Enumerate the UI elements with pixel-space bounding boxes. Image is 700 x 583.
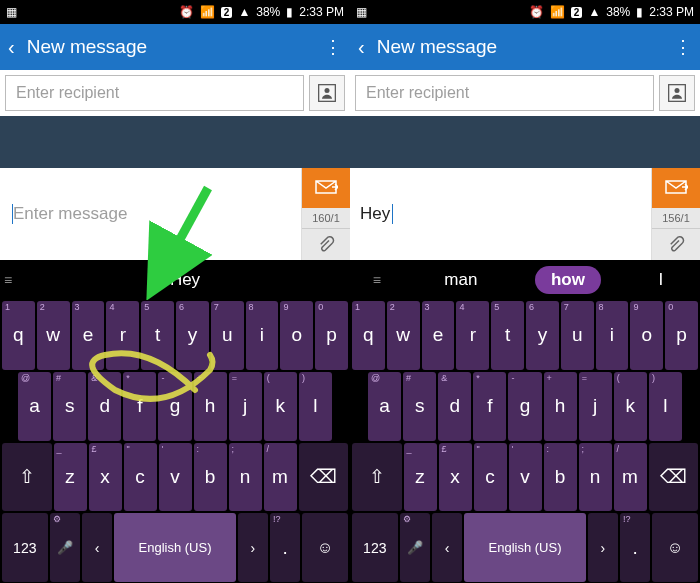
add-contact-button[interactable] bbox=[659, 75, 695, 111]
key-a[interactable]: @a bbox=[18, 372, 51, 441]
suggestion-3[interactable]: I bbox=[642, 266, 679, 294]
key-o[interactable]: 9o bbox=[280, 301, 313, 370]
send-button[interactable] bbox=[302, 168, 350, 208]
send-icon bbox=[664, 179, 688, 197]
back-icon[interactable]: ‹ bbox=[358, 36, 365, 59]
message-input[interactable]: Enter message bbox=[0, 168, 302, 260]
key-p[interactable]: 0p bbox=[315, 301, 348, 370]
recipient-input[interactable]: Enter recipient bbox=[355, 75, 654, 111]
space-key[interactable]: English (US) bbox=[464, 513, 585, 582]
lang-prev-key[interactable]: ‹ bbox=[82, 513, 112, 582]
key-f[interactable]: *f bbox=[473, 372, 506, 441]
key-m[interactable]: /m bbox=[614, 443, 647, 512]
mic-key[interactable]: ⚙🎤 bbox=[50, 513, 80, 582]
key-e[interactable]: 3e bbox=[72, 301, 105, 370]
enter-key[interactable]: ☺ bbox=[302, 513, 348, 582]
alarm-icon: ⏰ bbox=[529, 5, 544, 19]
key-r[interactable]: 4r bbox=[456, 301, 489, 370]
key-i[interactable]: 8i bbox=[596, 301, 629, 370]
key-d[interactable]: &d bbox=[88, 372, 121, 441]
lang-next-key[interactable]: › bbox=[238, 513, 268, 582]
space-key[interactable]: English (US) bbox=[114, 513, 235, 582]
lang-next-key[interactable]: › bbox=[588, 513, 618, 582]
alarm-icon: ⏰ bbox=[179, 5, 194, 19]
app-header: ‹ New message ⋮ bbox=[0, 24, 350, 70]
key-p[interactable]: 0p bbox=[665, 301, 698, 370]
key-i[interactable]: 8i bbox=[246, 301, 279, 370]
key-h[interactable]: +h bbox=[544, 372, 577, 441]
recipient-input[interactable]: Enter recipient bbox=[5, 75, 304, 111]
key-c[interactable]: "c bbox=[474, 443, 507, 512]
key-l[interactable]: )l bbox=[649, 372, 682, 441]
suggestion-2[interactable]: how bbox=[535, 266, 601, 294]
key-b[interactable]: :b bbox=[544, 443, 577, 512]
key-g[interactable]: -g bbox=[508, 372, 541, 441]
shift-key[interactable]: ⇧ bbox=[352, 443, 402, 512]
message-input[interactable]: Hey bbox=[350, 168, 652, 260]
suggestion-1[interactable]: man bbox=[428, 266, 493, 294]
key-w[interactable]: 2w bbox=[387, 301, 420, 370]
key-q[interactable]: 1q bbox=[352, 301, 385, 370]
sim-badge: 2 bbox=[571, 7, 583, 18]
key-s[interactable]: #s bbox=[403, 372, 436, 441]
key-d[interactable]: &d bbox=[438, 372, 471, 441]
person-icon bbox=[667, 83, 687, 103]
overflow-menu-icon[interactable]: ⋮ bbox=[674, 36, 692, 58]
key-x[interactable]: £x bbox=[89, 443, 122, 512]
key-z[interactable]: _z bbox=[54, 443, 87, 512]
mic-key[interactable]: ⚙🎤 bbox=[400, 513, 430, 582]
key-z[interactable]: _z bbox=[404, 443, 437, 512]
key-v[interactable]: 'v bbox=[509, 443, 542, 512]
key-m[interactable]: /m bbox=[264, 443, 297, 512]
keyboard: ≡ man how I 1q2w3e4r5t6y7u8i9o0p @a#s&d*… bbox=[350, 260, 700, 583]
key-l[interactable]: )l bbox=[299, 372, 332, 441]
key-n[interactable]: ;n bbox=[579, 443, 612, 512]
key-g[interactable]: -g bbox=[158, 372, 191, 441]
page-title: New message bbox=[377, 36, 497, 58]
numeric-key[interactable]: 123 bbox=[352, 513, 398, 582]
backspace-key[interactable]: ⌫ bbox=[649, 443, 699, 512]
add-contact-button[interactable] bbox=[309, 75, 345, 111]
period-key[interactable]: !?. bbox=[620, 513, 650, 582]
period-key[interactable]: !?. bbox=[270, 513, 300, 582]
suggestion-center[interactable]: Hey bbox=[154, 266, 216, 294]
key-y[interactable]: 6y bbox=[176, 301, 209, 370]
back-icon[interactable]: ‹ bbox=[8, 36, 15, 59]
overflow-menu-icon[interactable]: ⋮ bbox=[324, 36, 342, 58]
key-k[interactable]: (k bbox=[264, 372, 297, 441]
key-e[interactable]: 3e bbox=[422, 301, 455, 370]
suggestion-bar: ≡ Hey bbox=[0, 260, 350, 300]
key-w[interactable]: 2w bbox=[37, 301, 70, 370]
key-u[interactable]: 7u bbox=[561, 301, 594, 370]
key-a[interactable]: @a bbox=[368, 372, 401, 441]
key-k[interactable]: (k bbox=[614, 372, 647, 441]
key-y[interactable]: 6y bbox=[526, 301, 559, 370]
enter-key[interactable]: ☺ bbox=[652, 513, 698, 582]
status-bar: ▦ ⏰ 📶 2 ▲ 38% ▮ 2:33 PM bbox=[0, 0, 350, 24]
attach-button[interactable] bbox=[302, 228, 350, 260]
key-r[interactable]: 4r bbox=[106, 301, 139, 370]
key-j[interactable]: =j bbox=[579, 372, 612, 441]
key-b[interactable]: :b bbox=[194, 443, 227, 512]
key-u[interactable]: 7u bbox=[211, 301, 244, 370]
attach-button[interactable] bbox=[652, 228, 700, 260]
key-j[interactable]: =j bbox=[229, 372, 262, 441]
key-f[interactable]: *f bbox=[123, 372, 156, 441]
hamburger-icon[interactable]: ≡ bbox=[371, 272, 387, 288]
key-n[interactable]: ;n bbox=[229, 443, 262, 512]
lang-prev-key[interactable]: ‹ bbox=[432, 513, 462, 582]
numeric-key[interactable]: 123 bbox=[2, 513, 48, 582]
key-x[interactable]: £x bbox=[439, 443, 472, 512]
key-v[interactable]: 'v bbox=[159, 443, 192, 512]
key-t[interactable]: 5t bbox=[491, 301, 524, 370]
key-s[interactable]: #s bbox=[53, 372, 86, 441]
key-q[interactable]: 1q bbox=[2, 301, 35, 370]
backspace-key[interactable]: ⌫ bbox=[299, 443, 349, 512]
send-button[interactable] bbox=[652, 168, 700, 208]
key-o[interactable]: 9o bbox=[630, 301, 663, 370]
key-c[interactable]: "c bbox=[124, 443, 157, 512]
shift-key[interactable]: ⇧ bbox=[2, 443, 52, 512]
hamburger-icon[interactable]: ≡ bbox=[2, 272, 18, 288]
key-t[interactable]: 5t bbox=[141, 301, 174, 370]
key-h[interactable]: +h bbox=[194, 372, 227, 441]
